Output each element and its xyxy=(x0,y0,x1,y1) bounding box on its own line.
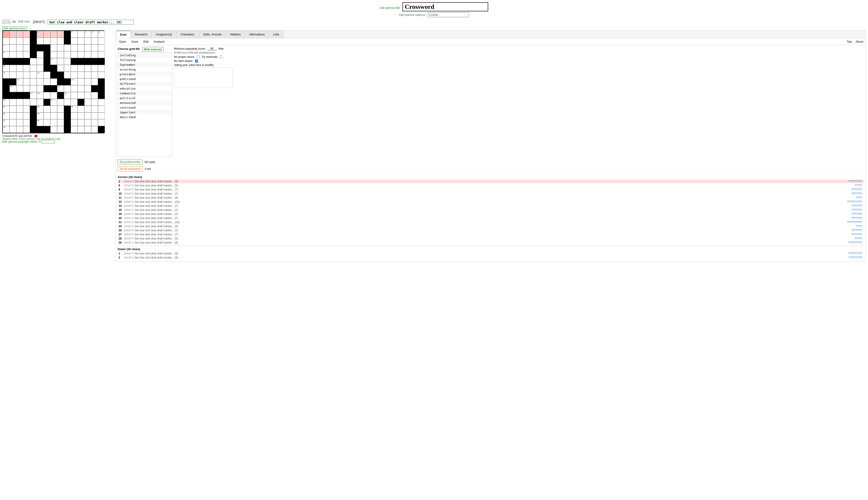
grid-cell[interactable] xyxy=(3,85,10,92)
tab-alternations[interactable]: Alternations xyxy=(245,31,269,38)
grid-cell[interactable] xyxy=(57,31,64,38)
grid-cell[interactable] xyxy=(16,119,23,126)
grid-cell[interactable] xyxy=(3,92,10,99)
grid-cell[interactable] xyxy=(44,65,50,72)
grid-cell[interactable] xyxy=(71,113,78,119)
grid-cell[interactable] xyxy=(3,58,10,65)
next-clue-button[interactable]: › xyxy=(7,20,10,24)
grid-cell[interactable] xyxy=(37,99,44,106)
word-item[interactable]: continued xyxy=(118,105,172,110)
grid-cell[interactable] xyxy=(84,51,91,58)
grid-cell[interactable] xyxy=(64,99,71,106)
clue-row-across[interactable]: 6 [DRAFT] Set clue and clear draft marke… xyxy=(118,184,864,187)
grid-cell[interactable] xyxy=(37,44,44,51)
grid-cell[interactable] xyxy=(30,99,37,106)
grid-cell[interactable] xyxy=(50,126,57,133)
word-item[interactable]: including xyxy=(118,53,172,58)
grid-cell[interactable] xyxy=(91,92,98,99)
grid-cell[interactable] xyxy=(3,78,10,85)
grid-cell[interactable] xyxy=(10,38,16,44)
jotting-textarea[interactable] xyxy=(174,68,233,88)
grid-cell[interactable] xyxy=(78,113,84,119)
grid-cell[interactable]: 2 xyxy=(37,31,44,38)
grid-cell[interactable] xyxy=(64,58,71,65)
grid-cell[interactable] xyxy=(44,58,50,65)
grid-cell[interactable] xyxy=(23,58,30,65)
grid-cell[interactable] xyxy=(3,38,10,44)
grid-cell[interactable] xyxy=(78,65,84,72)
grid-cell[interactable] xyxy=(91,99,98,106)
grid-cell[interactable] xyxy=(64,78,71,85)
clue-answer[interactable]: ??????????. xyxy=(847,200,863,203)
grid-cell[interactable]: 22 xyxy=(3,106,10,113)
grid-cell[interactable] xyxy=(30,126,37,133)
analysis-button[interactable]: Analysis xyxy=(153,39,165,44)
grid-cell[interactable]: 11 xyxy=(3,72,10,78)
grid-cell[interactable] xyxy=(78,44,84,51)
grid-cell[interactable] xyxy=(64,106,71,113)
clue-row-across[interactable]: 11 [DRAFT] Set clue and clear draft mark… xyxy=(118,196,864,200)
grid-cell[interactable]: 12 xyxy=(37,72,44,78)
grid-cell[interactable] xyxy=(64,31,71,38)
grid-cell[interactable] xyxy=(23,44,30,51)
grid-cell[interactable] xyxy=(16,58,23,65)
anno-link[interactable]: Edit optional anno: xyxy=(2,26,27,30)
grid-cell[interactable] xyxy=(64,51,71,58)
grid-cell[interactable] xyxy=(44,119,50,126)
grid-cell[interactable] xyxy=(30,78,37,85)
grid-cell[interactable] xyxy=(37,51,44,58)
grid-cell[interactable] xyxy=(64,119,71,126)
grid-cell[interactable] xyxy=(98,119,105,126)
grid-cell[interactable] xyxy=(23,31,30,38)
grid-cell[interactable] xyxy=(30,44,37,51)
word-item[interactable]: different xyxy=(118,81,172,86)
grid-cell[interactable] xyxy=(91,119,98,126)
grid-cell[interactable]: 19 xyxy=(64,92,71,99)
grid-cell[interactable] xyxy=(10,126,16,133)
grid-cell[interactable]: 8 xyxy=(3,51,10,58)
grid-cell[interactable] xyxy=(57,38,64,44)
grid-cell[interactable] xyxy=(64,113,71,119)
grid-cell[interactable] xyxy=(98,44,105,51)
grid-cell[interactable] xyxy=(91,38,98,44)
grid-cell[interactable] xyxy=(91,51,98,58)
grid-cell[interactable]: 4 xyxy=(84,31,91,38)
grid-cell[interactable] xyxy=(98,85,105,92)
grid-cell[interactable] xyxy=(84,119,91,126)
grid-cell[interactable] xyxy=(50,51,57,58)
grid-cell[interactable] xyxy=(37,85,44,92)
grid-cell[interactable] xyxy=(23,106,30,113)
clue-answer[interactable]: ???????. xyxy=(852,233,863,236)
tab-anagrams[interactable]: Anagrams/() xyxy=(151,31,176,38)
grid-cell[interactable] xyxy=(71,58,78,65)
grid-cell[interactable] xyxy=(64,38,71,44)
grid-cell[interactable] xyxy=(37,58,44,65)
grid-cell[interactable] xyxy=(98,58,105,65)
word-item[interactable]: education xyxy=(118,86,172,91)
edit-button[interactable]: Edit xyxy=(142,39,149,44)
clue-row-across[interactable]: 12 [DRAFT] Set clue and clear draft mark… xyxy=(118,200,864,204)
min-popularity-input[interactable] xyxy=(207,47,217,50)
crossword-grid[interactable]: 1234567891011121314151617181920212223242… xyxy=(2,30,104,133)
copyright-input[interactable] xyxy=(41,140,55,143)
word-item[interactable]: president xyxy=(118,72,172,77)
web-sources-button[interactable]: Web sources xyxy=(142,47,164,52)
clue-answer[interactable]: ?????????. xyxy=(848,180,863,183)
clue-row-across[interactable]: 27 [DRAFT] Set clue and clear draft mark… xyxy=(118,232,864,236)
grid-cell[interactable] xyxy=(50,85,57,92)
grid-cell[interactable] xyxy=(64,72,71,78)
grid-cell[interactable] xyxy=(78,72,84,78)
clue-answer[interactable]: ??????????. xyxy=(847,220,863,224)
grid-cell[interactable]: 26 xyxy=(37,113,44,119)
grid-cell[interactable] xyxy=(10,58,16,65)
grid-cell[interactable] xyxy=(16,85,23,92)
grid-cell[interactable] xyxy=(71,51,78,58)
grid-cell[interactable] xyxy=(57,119,64,126)
grid-cell[interactable] xyxy=(44,85,50,92)
clue-row-down[interactable]: 2 [DRAFT] Set clue and clear draft marke… xyxy=(118,256,864,259)
grid-cell[interactable]: 25 xyxy=(3,113,10,119)
clue-answer[interactable]: ???????. xyxy=(852,188,863,191)
grid-cell[interactable] xyxy=(57,58,64,65)
grid-cell[interactable] xyxy=(57,92,64,99)
grid-cell[interactable]: 9 xyxy=(50,58,57,65)
